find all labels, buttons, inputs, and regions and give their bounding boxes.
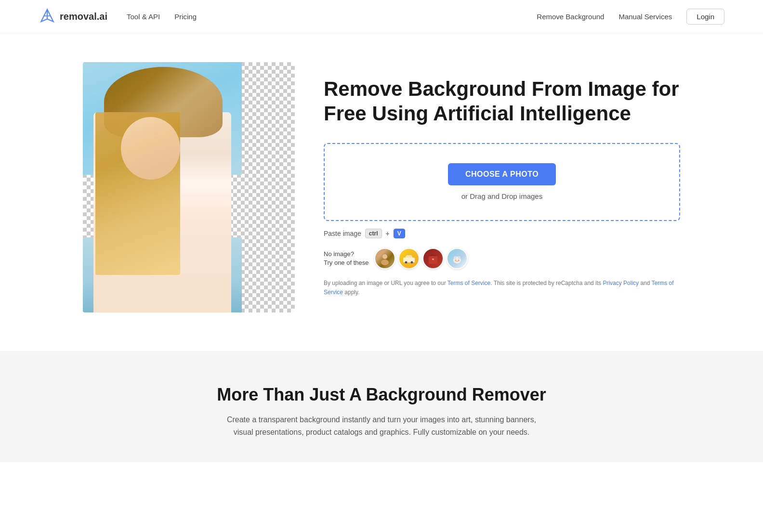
person-icon: [378, 252, 392, 265]
hero-image-area: [83, 62, 295, 312]
paste-label: Paste image: [324, 230, 361, 237]
paste-image-row: Paste image ctrl + V: [324, 229, 680, 238]
nav-manual-services[interactable]: Manual Services: [618, 13, 672, 21]
drop-text: or Drag and Drop images: [461, 192, 542, 200]
hero-title: Remove Background From Image for Free Us…: [324, 77, 680, 126]
no-image-text: No image?Try one of these: [324, 250, 368, 266]
logo-link[interactable]: removal.ai: [39, 8, 107, 25]
hero-photo-sim: [83, 62, 295, 312]
hero-content: Remove Background From Image for Free Us…: [324, 77, 680, 297]
car-icon: [402, 254, 416, 263]
svg-point-12: [456, 261, 458, 262]
sample-thumbs: [374, 248, 468, 269]
nav-pricing[interactable]: Pricing: [174, 13, 197, 21]
svg-point-9: [458, 256, 460, 259]
sample-thumb-bag[interactable]: [422, 248, 444, 269]
terms-of-service-link-1[interactable]: Terms of Service: [447, 280, 490, 286]
paste-plus: +: [386, 230, 390, 237]
bottom-title: More Than Just A Background Remover: [39, 385, 724, 405]
sample-thumb-car[interactable]: [398, 248, 420, 269]
terms-text: By uploading an image or URL you agree t…: [324, 279, 680, 297]
nav-right-links: Remove Background Manual Services Login: [537, 9, 724, 25]
terms-text-1: By uploading an image or URL you agree t…: [324, 280, 447, 286]
bag-icon: [428, 252, 438, 265]
choose-photo-button[interactable]: CHOOSE A PHOTO: [448, 163, 556, 185]
svg-rect-2: [403, 258, 415, 262]
terms-text-4: apply.: [343, 289, 359, 296]
sample-label: No image?Try one of these: [324, 250, 368, 267]
privacy-policy-link[interactable]: Privacy Policy: [603, 280, 639, 286]
logo-text: removal.ai: [60, 11, 107, 22]
terms-text-3: and: [639, 280, 651, 286]
logo-icon: [39, 8, 56, 25]
sample-thumb-person[interactable]: [374, 248, 395, 269]
terms-text-2: . This site is protected by reCaptcha an…: [490, 280, 603, 286]
svg-point-0: [382, 254, 387, 259]
paste-ctrl-key: ctrl: [365, 229, 382, 238]
nav-remove-bg[interactable]: Remove Background: [537, 13, 604, 21]
nav-left-links: Tool & API Pricing: [127, 13, 537, 21]
paste-v-key: V: [394, 229, 405, 238]
svg-point-1: [381, 260, 389, 265]
sample-thumb-animal[interactable]: [447, 248, 468, 269]
bottom-section: More Than Just A Background Remover Crea…: [0, 351, 763, 462]
svg-rect-6: [432, 259, 434, 260]
upload-dropzone[interactable]: CHOOSE A PHOTO or Drag and Drop images: [324, 143, 680, 221]
hero-image-container: [83, 62, 295, 312]
navbar: removal.ai Tool & API Pricing Remove Bac…: [0, 0, 763, 33]
hero-section: Remove Background From Image for Free Us…: [44, 33, 719, 351]
sample-images-row: No image?Try one of these: [324, 248, 680, 269]
nav-tool-api[interactable]: Tool & API: [127, 13, 160, 21]
svg-point-8: [454, 256, 457, 259]
animal-icon: [450, 253, 464, 264]
bottom-description: Create a transparent background instantl…: [218, 414, 545, 438]
nav-login-button[interactable]: Login: [686, 9, 724, 25]
